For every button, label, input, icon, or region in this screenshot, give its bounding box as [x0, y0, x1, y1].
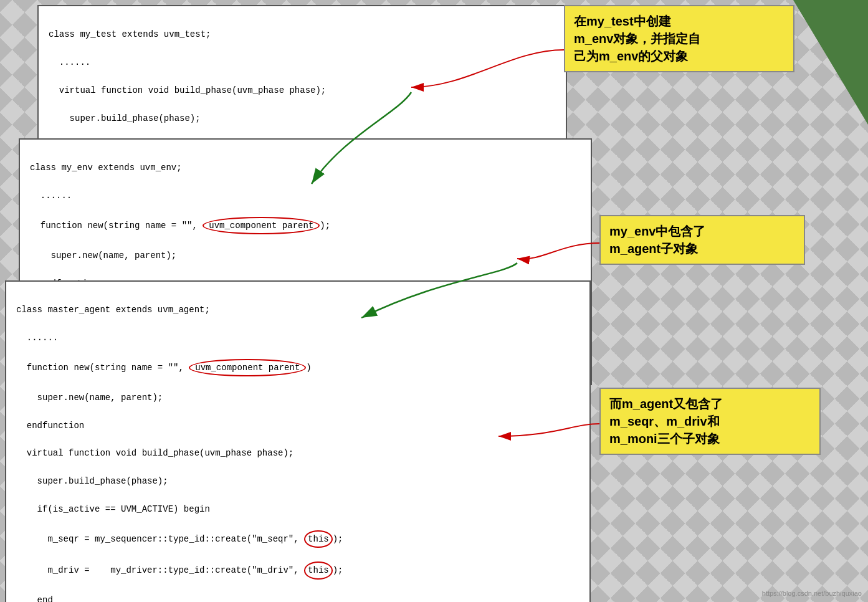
code-line: end: [16, 595, 53, 602]
code-line: super.new(name, parent);: [30, 251, 176, 260]
watermark: https://blog.csdn.net/buzhiquxiao: [762, 590, 862, 597]
code-line: if(is_active == UVM_ACTIVE) begin: [16, 504, 210, 514]
background-stripe: [793, 0, 868, 125]
code-line: virtual function void build_phase(uvm_ph…: [49, 85, 326, 95]
code-line: function new(string name = "", uvm_compo…: [16, 363, 312, 373]
code-line: class master_agent extends uvm_agent;: [16, 305, 210, 315]
code-line: virtual function void build_phase(uvm_ph…: [16, 448, 293, 458]
code-line: m_seqr = my_sequencer::type_id::create("…: [16, 534, 343, 544]
code-line: endfunction: [16, 421, 84, 431]
code-line: ......: [30, 191, 72, 201]
code-line: class my_env extends uvm_env;: [30, 163, 182, 173]
code-line: function new(string name = "", uvm_compo…: [30, 221, 330, 231]
code-line: m_driv = my_driver::type_id::create("m_d…: [16, 565, 343, 575]
code-line: ......: [49, 57, 90, 67]
annotation-box-1: 在my_test中创建m_env对象，并指定自己为m_env的父对象: [564, 5, 794, 72]
code-block-3: class master_agent extends uvm_agent; ..…: [5, 280, 591, 602]
code-line: ......: [16, 333, 58, 343]
annotation-text-2: my_env中包含了m_agent子对象: [609, 224, 706, 256]
annotation-text-1: 在my_test中创建m_env对象，并指定自己为m_env的父对象: [574, 14, 700, 63]
annotation-box-2: my_env中包含了m_agent子对象: [599, 215, 805, 265]
code-line: super.new(name, parent);: [16, 393, 163, 403]
code-line: super.build_phase(phase);: [16, 476, 168, 486]
code-line: class my_test extends uvm_test;: [49, 29, 211, 39]
annotation-text-3: 而m_agent又包含了m_seqr、m_driv和m_moni三个子对象: [609, 397, 723, 446]
code-line: super.build_phase(phase);: [49, 113, 201, 123]
annotation-box-3: 而m_agent又包含了m_seqr、m_driv和m_moni三个子对象: [599, 388, 821, 455]
